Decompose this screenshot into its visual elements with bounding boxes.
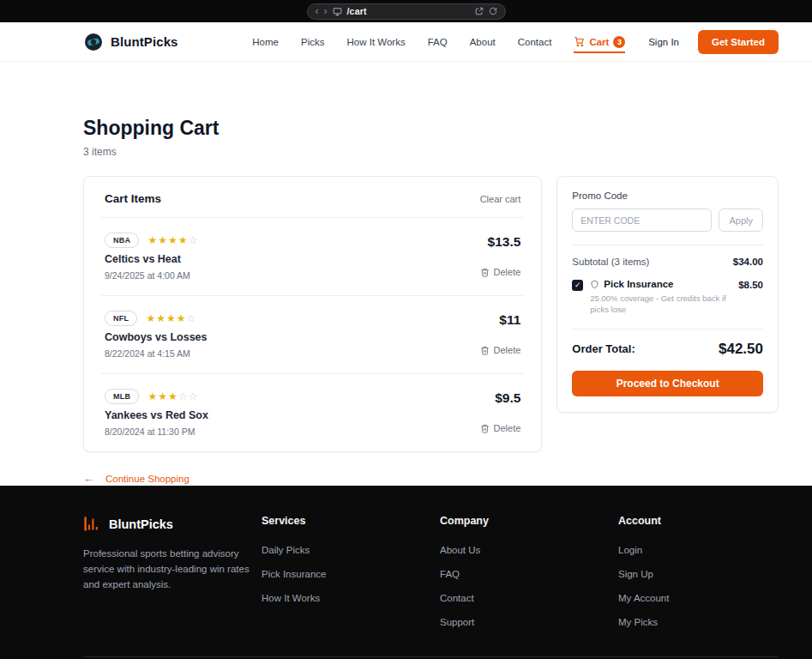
insurance-checkbox[interactable]: ✓ [572,280,583,291]
star-rating: ★★★☆☆ [147,391,198,402]
brand-logo-icon [83,32,104,52]
site-footer: BluntPicks Professional sports betting a… [0,486,812,659]
footer-link-contact[interactable]: Contact [440,593,474,603]
star-rating: ★★★★☆ [147,235,198,245]
delete-label: Delete [494,267,521,277]
order-total-value: $42.50 [719,341,763,358]
header-actions: Sign In Get Started [648,30,779,54]
nav-picks[interactable]: Picks [301,37,324,47]
insurance-price: $8.50 [738,280,763,290]
page: ‹ › /cart BluntPicks Home [0,0,812,659]
insurance-description: 25.00% coverage - Get credits back if pi… [590,293,731,316]
sign-in-link[interactable]: Sign In [648,37,679,47]
league-badge: NBA [105,233,139,248]
pick-price: $13.5 [488,234,521,250]
footer-description: Professional sports betting advisory ser… [83,547,251,592]
nav-faq[interactable]: FAQ [428,37,448,47]
apply-promo-button[interactable]: Apply [719,209,763,232]
footer-link-about-us[interactable]: About Us [440,545,480,555]
nav-contact[interactable]: Contact [518,37,552,47]
promo-code-input[interactable] [572,209,712,232]
league-badge: NFL [105,311,137,326]
browser-bar: ‹ › /cart [0,0,812,22]
nav-about[interactable]: About [470,37,496,47]
delete-item-button[interactable]: Delete [480,423,521,433]
footer-link-login[interactable]: Login [618,545,642,555]
delete-label: Delete [494,345,521,355]
footer-link-my-picks[interactable]: My Picks [618,617,658,627]
footer-link-my-account[interactable]: My Account [618,593,669,603]
footer-link-how-it-works[interactable]: How It Works [262,593,320,603]
star-icon: ★ [156,312,166,324]
shield-icon [590,280,599,289]
star-icon: ★ [147,234,158,246]
nav-cart[interactable]: Cart 3 [574,36,625,53]
footer-link-pick-insurance[interactable]: Pick Insurance [262,569,326,579]
left-arrow-icon: ← [83,472,94,485]
url-text[interactable]: /cart [347,6,367,16]
star-icon: ☆ [178,390,189,402]
external-link-icon[interactable] [475,7,484,15]
footer-link-faq[interactable]: FAQ [440,569,460,579]
star-icon: ☆ [186,312,196,324]
trash-icon [480,424,490,433]
nav-home[interactable]: Home [252,37,279,47]
star-rating: ★★★★☆ [146,313,196,323]
cart-count-badge: 3 [613,36,625,48]
pick-title: Cowboys vs Losses [105,331,208,343]
footer-company-column: Company About Us FAQ Contact Support [440,515,618,629]
brand-name: BluntPicks [111,34,178,49]
main-content: Shopping Cart 3 items Cart Items Clear c… [0,62,812,486]
league-badge: MLB [105,389,139,404]
footer-account-column: Account Login Sign Up My Account My Pick… [618,515,779,629]
cart-item-row: MLB ★★★☆☆ Yankees vs Red Sox 8/20/2024 a… [101,373,524,451]
cart-items-card: Cart Items Clear cart NBA ★★★★☆ Celtics … [83,176,542,452]
footer-column-title: Account [618,515,779,527]
nav-how-it-works[interactable]: How It Works [346,37,405,47]
continue-shopping-link[interactable]: ← Continue Shopping [83,472,189,485]
promo-code-label: Promo Code [572,190,763,201]
order-summary-card: Promo Code Apply Subtotal (3 items) $34.… [556,176,779,413]
pick-title: Yankees vs Red Sox [105,409,208,421]
footer-link-support[interactable]: Support [440,617,474,627]
cart-item-row: NBA ★★★★☆ Celtics vs Heat 9/24/2025 at 4… [101,218,524,295]
delete-item-button[interactable]: Delete [480,267,521,277]
footer-link-sign-up[interactable]: Sign Up [618,569,653,579]
order-total-label: Order Total: [572,342,635,355]
footer-column-title: Company [440,515,618,527]
brand-logo[interactable]: BluntPicks [83,32,178,52]
footer-services-column: Services Daily Picks Pick Insurance How … [262,515,440,629]
pick-price: $11 [499,312,520,328]
pick-title: Celtics vs Heat [105,253,198,265]
star-icon: ★ [158,390,168,402]
star-icon: ★ [168,390,178,402]
url-bar[interactable]: ‹ › /cart [307,3,506,20]
checkout-button[interactable]: Proceed to Checkout [572,371,763,396]
site-header: BluntPicks Home Picks How It Works FAQ A… [0,22,812,62]
star-icon: ★ [166,312,177,324]
back-icon[interactable]: ‹ [316,6,319,16]
cart-items-title: Cart Items [105,192,161,205]
footer-column-title: Services [262,515,440,527]
item-count: 3 items [83,146,779,158]
cart-item-row: NFL ★★★★☆ Cowboys vs Losses 8/22/2024 at… [101,295,524,373]
monitor-icon [333,7,342,16]
get-started-button[interactable]: Get Started [698,30,779,54]
footer-link-daily-picks[interactable]: Daily Picks [262,545,310,555]
star-icon: ☆ [188,234,198,246]
subtotal-label: Subtotal (3 items) [572,257,649,267]
pick-date: 8/22/2024 at 4:15 AM [105,348,208,359]
clear-cart-button[interactable]: Clear cart [480,194,521,204]
star-icon: ★ [146,312,156,324]
insurance-label: Pick Insurance [604,279,673,289]
star-icon: ☆ [188,390,198,402]
forward-icon[interactable]: › [324,6,328,16]
footer-brand-name: BluntPicks [109,517,173,531]
star-icon: ★ [178,234,189,246]
bar-chart-icon [83,515,101,533]
trash-icon [480,346,490,355]
delete-item-button[interactable]: Delete [480,345,521,355]
pick-date: 9/24/2025 at 4:00 AM [105,270,198,281]
star-icon: ★ [168,234,178,246]
refresh-icon[interactable] [489,7,497,15]
